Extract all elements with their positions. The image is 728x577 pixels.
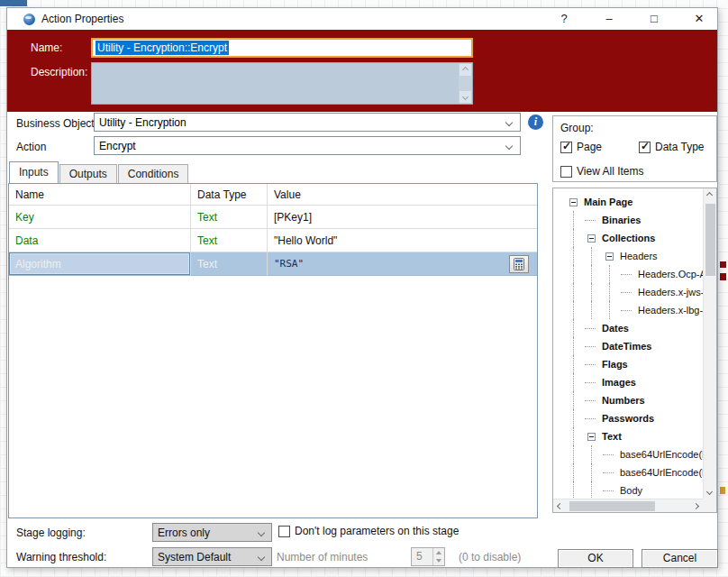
checkbox-icon[interactable]: [560, 142, 572, 153]
checkbox-view-all-items[interactable]: View All Items: [560, 165, 643, 178]
action-properties-dialog: Action Properties ?–□✕ Name: Utility - E…: [6, 7, 718, 568]
tree-hscroll-thumb[interactable]: [569, 501, 655, 511]
tree-guide-line: [564, 211, 582, 229]
business-object-label: Business Object: [16, 117, 95, 130]
title-bar[interactable]: Action Properties ?–□✕: [7, 8, 717, 30]
checkbox-icon[interactable]: [278, 526, 290, 537]
spinner-down-icon[interactable]: [433, 557, 444, 566]
tree-item-body[interactable]: Body: [553, 481, 703, 499]
cancel-button[interactable]: Cancel: [642, 549, 718, 568]
tab-conditions[interactable]: Conditions: [118, 164, 189, 183]
collapse-icon[interactable]: [587, 234, 596, 243]
tree-item-main-page[interactable]: Main Page: [553, 193, 703, 211]
tree-connector-line: [582, 319, 600, 337]
column-header-value[interactable]: Value: [268, 184, 537, 206]
spinner-up-icon[interactable]: [433, 548, 444, 557]
tree-item-passwords[interactable]: Passwords: [553, 409, 703, 427]
tree-item-flags[interactable]: Flags: [553, 355, 703, 373]
warning-threshold-dropdown[interactable]: System Default: [152, 547, 272, 566]
tree-expander-cell: [582, 427, 600, 445]
tree-guide-line: [564, 319, 582, 337]
calculator-button[interactable]: [509, 255, 529, 273]
scroll-down-icon[interactable]: [703, 485, 716, 499]
tree-connector-line: [600, 445, 618, 463]
tree-vscroll-thumb[interactable]: [705, 204, 715, 276]
tree-connector-line: [582, 391, 600, 409]
scroll-left-icon[interactable]: [553, 499, 567, 513]
dont-log-label: Don't log parameters on this stage: [295, 525, 459, 537]
scroll-up-icon[interactable]: [460, 64, 471, 76]
tree-item-label: Flags: [602, 359, 628, 370]
param-type-cell[interactable]: Text: [191, 252, 268, 276]
description-input[interactable]: [91, 62, 473, 105]
checkbox-icon[interactable]: [560, 166, 572, 178]
scroll-up-icon[interactable]: [703, 188, 716, 202]
param-type-cell[interactable]: Text: [191, 229, 268, 252]
business-object-dropdown[interactable]: Utility - Encryption: [94, 113, 521, 132]
minimize-button[interactable]: –: [596, 10, 623, 28]
tree-guide-line: [582, 283, 600, 301]
tree-item-label: Headers.x-lbg-o: [638, 305, 703, 316]
param-name-cell[interactable]: Data: [9, 229, 191, 252]
param-value-cell[interactable]: [PKey1]: [268, 206, 537, 229]
tree-item-text[interactable]: Text: [553, 427, 703, 445]
tree-item-numbers[interactable]: Numbers: [553, 391, 703, 409]
tree-item-headers-ocp-ap[interactable]: Headers.Ocp-Ap: [553, 265, 703, 283]
checkbox-page[interactable]: Page: [560, 141, 602, 153]
tree-item-label: Body: [620, 485, 642, 496]
warning-threshold-value: System Default: [158, 551, 231, 563]
tree-item-label: Numbers: [602, 395, 645, 406]
tree-item-headers-x-jws-s[interactable]: Headers.x-jws-s: [553, 283, 703, 301]
checkbox-label: Data Type: [655, 141, 704, 153]
table-row-key[interactable]: KeyText[PKey1]: [9, 206, 537, 229]
column-header-data-type[interactable]: Data Type: [191, 184, 268, 206]
chevron-down-icon: [258, 529, 265, 536]
tree-vertical-scrollbar[interactable]: [703, 188, 716, 499]
param-value-cell[interactable]: "RSA": [268, 252, 537, 276]
checkbox-data-type[interactable]: Data Type: [639, 141, 704, 153]
help-button[interactable]: ?: [551, 10, 578, 28]
tree-item-base64urlencode-pa[interactable]: base64UrlEncode(Pa: [553, 463, 703, 481]
tree-item-dates[interactable]: Dates: [553, 319, 703, 337]
tree-item-binaries[interactable]: Binaries: [553, 211, 703, 229]
background-artifact: [720, 487, 725, 494]
collapse-icon[interactable]: [587, 433, 596, 441]
tree-item-label: Passwords: [602, 413, 654, 424]
stage-logging-dropdown[interactable]: Errors only: [152, 523, 272, 542]
tree-item-headers[interactable]: Headers: [553, 247, 703, 265]
tree-item-datetimes[interactable]: DateTimes: [553, 337, 703, 355]
tree-item-headers-x-lbg-o[interactable]: Headers.x-lbg-o: [553, 301, 703, 319]
tree-item-collections[interactable]: Collections: [553, 229, 703, 247]
checkbox-icon[interactable]: [639, 142, 651, 153]
maximize-button[interactable]: □: [641, 10, 668, 28]
param-name-cell[interactable]: Algorithm: [9, 252, 191, 276]
tab-inputs[interactable]: Inputs: [9, 161, 59, 183]
minutes-spinner[interactable]: 5: [411, 547, 445, 566]
table-row-algorithm[interactable]: AlgorithmText"RSA": [9, 252, 537, 276]
tree-horizontal-scrollbar[interactable]: [553, 499, 703, 512]
tree-item-base64urlencode-h[interactable]: base64UrlEncode(H: [553, 445, 703, 463]
info-icon[interactable]: i: [528, 114, 543, 130]
table-row-data[interactable]: DataText"Hello World": [9, 229, 537, 252]
background-artifact: [720, 273, 726, 280]
business-object-value: Utility - Encryption: [99, 116, 187, 129]
dont-log-checkbox[interactable]: Don't log parameters on this stage: [278, 525, 459, 537]
description-scrollbar[interactable]: [459, 63, 472, 104]
scroll-down-icon[interactable]: [460, 91, 471, 103]
column-header-name[interactable]: Name: [9, 184, 191, 206]
param-type-cell[interactable]: Text: [191, 206, 268, 229]
warning-threshold-label: Warning threshold:: [16, 551, 106, 563]
collapse-icon[interactable]: [605, 252, 614, 261]
param-value-cell[interactable]: "Hello World": [268, 229, 537, 252]
ok-button[interactable]: OK: [558, 549, 633, 568]
disable-hint-label: (0 to disable): [459, 551, 521, 563]
name-input[interactable]: Utility - Encryption::Encrypt: [91, 38, 473, 58]
tree-item-label: DateTimes: [602, 341, 651, 352]
param-name-cell[interactable]: Key: [9, 206, 191, 229]
scroll-right-icon[interactable]: [689, 499, 703, 513]
collapse-icon[interactable]: [569, 198, 578, 206]
tab-outputs[interactable]: Outputs: [59, 164, 117, 183]
action-dropdown[interactable]: Encrypt: [94, 136, 521, 155]
tree-item-images[interactable]: Images: [553, 373, 703, 391]
close-button[interactable]: ✕: [686, 10, 713, 28]
